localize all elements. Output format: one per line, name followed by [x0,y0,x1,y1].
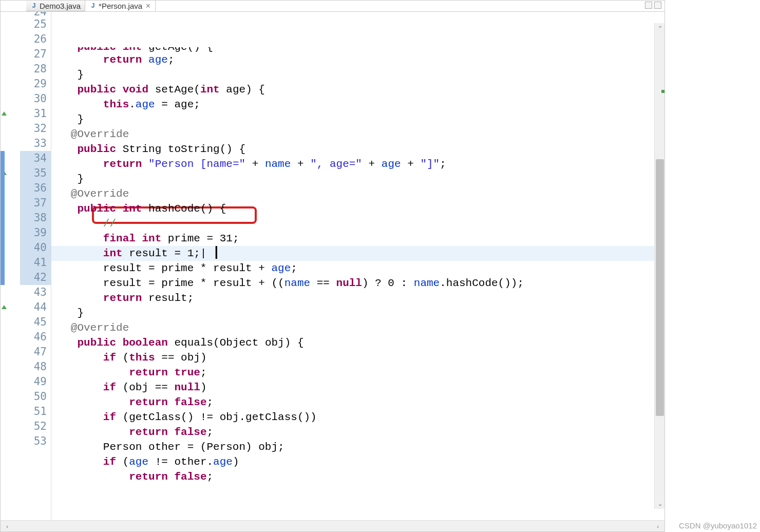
marker-strip [1,12,20,520]
code-line[interactable]: return false; [51,425,664,440]
code-line[interactable]: final int prime = 31; [51,231,664,246]
code-line[interactable]: return age; [51,52,664,67]
marker-cell [1,330,20,345]
scroll-down-button[interactable]: ⌄ [655,499,664,509]
marker-cell [1,359,20,374]
marker-cell [1,345,20,359]
line-number: 45 [20,315,51,330]
marker-cell [1,300,20,315]
line-number: 42 [20,270,51,285]
scrollbar-thumb[interactable] [656,159,664,416]
code-line[interactable]: // [51,216,664,231]
code-line[interactable]: } [51,172,664,186]
code-line[interactable]: @Override [51,127,664,142]
code-line[interactable]: result = prime * result + age; [51,261,664,276]
marker-cell [1,285,20,300]
code-line[interactable]: if (this == obj) [51,350,664,365]
marker-cell [1,434,20,449]
tab-label: Demo3.java [40,2,81,10]
code-line[interactable]: return "Person [name=" + name + ", age="… [51,157,664,172]
line-number: 26 [20,32,51,47]
code-line[interactable]: return true; [51,365,664,380]
code-line[interactable]: @Override [51,186,664,201]
scroll-right-button[interactable]: › [653,522,662,531]
code-line[interactable]: return result; [51,291,664,306]
line-number: 51 [20,404,51,419]
marker-cell [1,121,20,136]
editor-body: 2425262728293031323334353637383940414243… [1,12,664,520]
override-marker-icon[interactable] [2,111,7,116]
line-number: 37 [20,196,51,211]
scroll-left-button[interactable]: ‹ [3,522,12,531]
line-number: 41 [20,255,51,270]
code-line[interactable]: } [51,306,664,320]
code-line[interactable]: public String toString() { [51,142,664,157]
scroll-up-button[interactable]: ⌃ [655,23,664,33]
java-file-icon: J [30,2,37,9]
code-line[interactable]: result = prime * result + ((name == null… [51,276,664,291]
line-number: 28 [20,62,51,77]
code-line[interactable]: public int hashCode() { [51,201,664,216]
code-area[interactable]: public int getAge() { return age; } publ… [51,12,664,520]
line-number: 52 [20,419,51,434]
line-number: 39 [20,225,51,240]
line-number: 32 [20,121,51,136]
marker-cell [1,136,20,151]
maximize-button[interactable] [654,2,661,9]
code-line[interactable]: this.age = age; [51,97,664,112]
code-line[interactable]: } [51,112,664,127]
marker-cell [1,374,20,389]
tab-spacer [1,1,26,11]
code-line[interactable]: if (getClass() != obj.getClass()) [51,410,664,425]
code-line[interactable]: public boolean equals(Object obj) { [51,335,664,350]
line-number: 27 [20,47,51,62]
line-number: 25 [20,17,51,32]
code-line[interactable]: Person other = (Person) obj; [51,440,664,454]
line-number: 29 [20,77,51,91]
marker-cell [1,419,20,434]
java-file-icon: J [89,2,97,9]
line-number: 44 [20,300,51,315]
line-number: 40 [20,240,51,255]
marker-cell [1,12,20,17]
code-line[interactable]: return false; [51,395,664,410]
vertical-scrollbar[interactable]: ⌃ ⌄ [654,23,664,509]
tab-demo3[interactable]: J Demo3.java [26,1,85,11]
code-line[interactable]: public void setAge(int age) { [51,82,664,97]
code-line[interactable]: public int getAge() { [51,47,664,52]
code-line[interactable]: } [51,67,664,82]
line-number: 36 [20,181,51,196]
marker-cell [1,77,20,91]
code-line[interactable]: int result = 1;| ┃ [51,246,664,261]
code-line[interactable]: return false; [51,469,664,484]
line-number: 49 [20,374,51,389]
marker-cell [1,106,20,121]
overview-mark [661,90,664,93]
code-line[interactable]: if (obj == null) [51,380,664,395]
marker-cell [1,32,20,47]
line-number: 31 [20,106,51,121]
line-number: 33 [20,136,51,151]
marker-cell [1,62,20,77]
gutter: 2425262728293031323334353637383940414243… [1,12,51,520]
line-number: 47 [20,345,51,359]
horizontal-scrollbar[interactable]: ‹ › [1,520,664,531]
line-number: 53 [20,434,51,449]
line-number: 35 [20,166,51,181]
line-numbers: 2425262728293031323334353637383940414243… [20,12,51,520]
tab-controls [642,1,664,10]
code-line[interactable]: if (age != other.age) [51,454,664,469]
marker-cell [1,91,20,106]
override-marker-icon[interactable] [2,305,7,309]
line-number: 34 [20,151,51,166]
marker-cell [1,47,20,62]
marker-cell [1,315,20,330]
line-number: 48 [20,359,51,374]
watermark: CSDN @yuboyao1012 [679,521,757,530]
editor-container: J Demo3.java J *Person.java ✕ 2425262728… [0,0,665,532]
tab-person[interactable]: J *Person.java ✕ [85,1,156,11]
close-icon[interactable]: ✕ [145,2,151,10]
tab-bar: J Demo3.java J *Person.java ✕ [1,1,664,12]
minimize-button[interactable] [645,2,652,9]
code-line[interactable]: @Override [51,320,664,335]
